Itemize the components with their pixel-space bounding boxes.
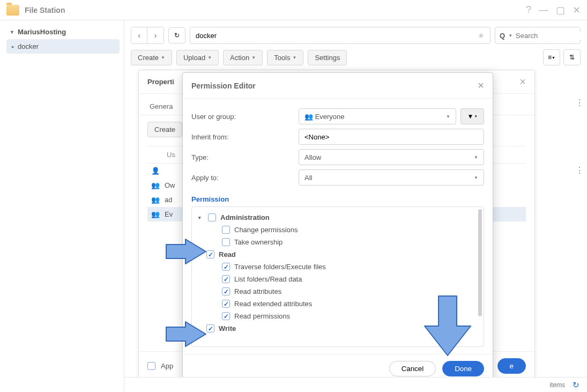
caret-right-icon: ▸	[12, 44, 14, 49]
refresh-button[interactable]: ↻	[168, 27, 185, 43]
group-icon: 👥	[151, 196, 160, 204]
apply-to-select[interactable]: All▼	[299, 169, 484, 186]
apply-label: App	[161, 362, 173, 370]
path-box[interactable]: ★	[190, 27, 491, 44]
create-button[interactable]: Create	[147, 122, 182, 137]
filter-icon: ▼	[467, 113, 474, 120]
view-list-button[interactable]: ≡ ▼	[543, 49, 560, 65]
more-icon[interactable]: ⋮	[575, 165, 584, 175]
scrollbar[interactable]	[478, 209, 482, 316]
search-input[interactable]	[516, 32, 587, 40]
apply-to-label: Apply to:	[191, 174, 299, 182]
administration-label: Administration	[220, 213, 270, 221]
sidebar: ▼ MariusHosting ▸ docker	[0, 20, 124, 392]
type-select[interactable]: Allow▼	[299, 149, 484, 165]
chevron-down-icon: ▼	[508, 33, 512, 38]
refresh-icon[interactable]: ↻	[573, 380, 579, 390]
svg-marker-2	[425, 296, 471, 356]
apply-checkbox[interactable]	[147, 362, 155, 370]
sidebar-root-label: MariusHosting	[18, 28, 66, 36]
collapse-icon[interactable]: ▾	[198, 215, 204, 220]
favorite-icon[interactable]: ★	[478, 31, 485, 40]
close-icon[interactable]: ✕	[573, 4, 581, 16]
inherit-from-input[interactable]	[299, 129, 484, 145]
path-input[interactable]	[196, 32, 478, 40]
properties-title: Properti	[147, 78, 174, 86]
svg-marker-0	[166, 239, 206, 264]
group-icon: 👥	[151, 181, 160, 189]
read-ext-attributes-checkbox[interactable]	[222, 300, 230, 308]
items-label: items	[549, 381, 565, 389]
write-label: Write	[219, 324, 236, 332]
col-user: Us	[167, 151, 175, 159]
nav-forward-button[interactable]: ›	[147, 27, 164, 43]
search-box[interactable]: Q ▼	[495, 27, 581, 44]
window-title: File Station	[25, 6, 65, 14]
statusbar: items ↻	[124, 377, 587, 392]
user-icon: 👤	[151, 167, 160, 175]
close-icon[interactable]: ×	[519, 76, 526, 88]
search-icon: Q	[500, 32, 505, 40]
save-button[interactable]: e	[497, 358, 526, 374]
sidebar-item-label: docker	[18, 42, 39, 50]
filter-button[interactable]: ▼▾	[460, 108, 484, 124]
read-attributes-checkbox[interactable]	[222, 287, 230, 295]
help-icon[interactable]: ?	[526, 4, 531, 16]
annotation-arrow-icon	[164, 238, 207, 265]
upload-button[interactable]: Upload▼	[176, 50, 219, 65]
list-folders-checkbox[interactable]	[222, 275, 230, 283]
traverse-checkbox[interactable]	[222, 263, 230, 271]
permission-editor-title: Permission Editor	[191, 82, 256, 90]
group-icon: 👥	[151, 210, 160, 218]
folder-icon	[6, 5, 19, 16]
tools-button[interactable]: Tools▼	[267, 50, 303, 65]
type-label: Type:	[191, 153, 299, 161]
nav-back-button[interactable]: ‹	[131, 27, 147, 43]
permission-section-title: Permission	[191, 190, 484, 206]
create-button[interactable]: Create▼	[131, 50, 172, 65]
maximize-icon[interactable]: ▢	[556, 4, 565, 16]
read-label: Read	[219, 250, 236, 258]
read-permissions-checkbox[interactable]	[222, 312, 230, 320]
svg-marker-1	[166, 322, 206, 346]
nav-group: ‹ ›	[131, 27, 164, 44]
take-ownership-checkbox[interactable]	[222, 238, 230, 246]
read-checkbox[interactable]	[206, 250, 214, 258]
cancel-button[interactable]: Cancel	[389, 361, 436, 376]
annotation-arrow-icon	[164, 321, 207, 347]
action-button[interactable]: Action▼	[223, 50, 263, 65]
settings-button[interactable]: Settings	[308, 50, 347, 65]
close-icon[interactable]: ×	[478, 79, 484, 92]
more-icon[interactable]: ⋮	[575, 98, 584, 108]
change-permissions-checkbox[interactable]	[222, 226, 230, 234]
minimize-icon[interactable]: —	[539, 4, 548, 16]
sort-button[interactable]: ⇅	[563, 49, 581, 65]
sidebar-item-docker[interactable]: ▸ docker	[6, 39, 120, 54]
annotation-arrow-icon	[423, 294, 472, 358]
caret-down-icon: ▼	[10, 29, 14, 35]
write-checkbox[interactable]	[206, 324, 214, 332]
tab-general[interactable]: Genera	[147, 98, 175, 115]
user-or-group-select[interactable]: Everyone▼	[299, 108, 456, 124]
administration-checkbox[interactable]	[208, 213, 216, 221]
inherit-from-label: Inherit from:	[191, 133, 299, 141]
sidebar-root[interactable]: ▼ MariusHosting	[4, 25, 120, 39]
user-or-group-label: User or group:	[191, 113, 299, 121]
titlebar: File Station ? — ▢ ✕	[0, 0, 587, 20]
done-button[interactable]: Done	[442, 361, 484, 376]
